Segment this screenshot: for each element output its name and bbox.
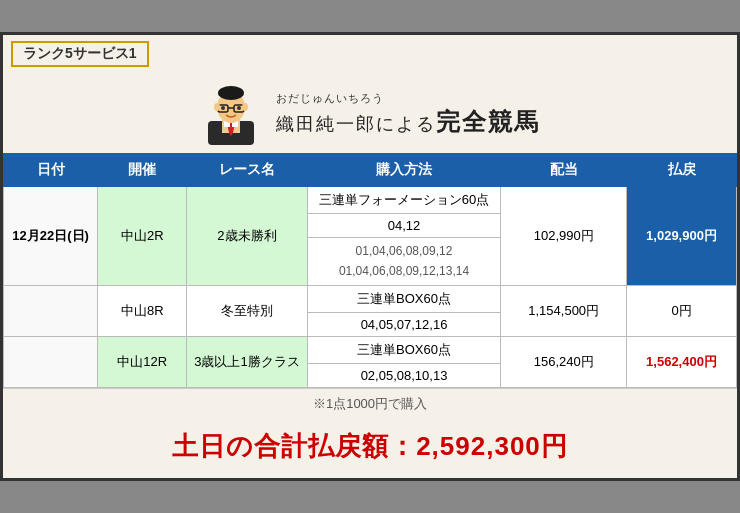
main-title-line: 織田純一郎による完全競馬 [276, 106, 540, 138]
total-label: 土日の合計払戻額：2,592,300円 [3, 419, 737, 478]
svg-point-12 [214, 103, 220, 111]
header-return: 払戻 [627, 154, 737, 187]
svg-point-11 [237, 106, 241, 110]
purchase-nums-3: 02,05,08,10,13 [307, 363, 501, 387]
header-text-block: おだじゅんいちろう 織田純一郎による完全競馬 [276, 91, 540, 138]
purchase-nums-1b: 01,04,06,08,09,12 01,04,06,08,09,12,13,1… [307, 238, 501, 285]
header-name: 織田純一郎による完全競馬 [276, 108, 540, 135]
header-section: おだじゅんいちろう 織田純一郎による完全競馬 [3, 73, 737, 153]
title-bar: ランク5サービス1 [3, 35, 737, 73]
results-table: 日付 開催 レース名 購入方法 配当 払戻 12月22日(日) 中山2R 2歳未… [3, 153, 737, 387]
purchase-method-3: 三連単BOX60点 [307, 336, 501, 363]
payout-cell-1: 102,990円 [501, 187, 627, 285]
payout-cell-2: 1,154,500円 [501, 285, 627, 336]
table-row: 中山12R 3歳以上1勝クラス 三連単BOX60点 156,240円 1,562… [4, 336, 737, 363]
venue-cell-1: 中山2R [98, 187, 187, 285]
header-purchase: 購入方法 [307, 154, 501, 187]
table-row: 12月22日(日) 中山2R 2歳未勝利 三連単フォーメーション60点 102,… [4, 187, 737, 214]
venue-cell-2: 中山8R [98, 285, 187, 336]
date-cell-2 [4, 285, 98, 336]
return-cell-3: 1,562,400円 [627, 336, 737, 387]
purchase-nums-1a: 04,12 [307, 214, 501, 238]
date-cell-3 [4, 336, 98, 387]
header-date: 日付 [4, 154, 98, 187]
svg-point-6 [218, 86, 244, 100]
venue-cell-3: 中山12R [98, 336, 187, 387]
purchase-method-2: 三連単BOX60点 [307, 285, 501, 312]
main-card: ランク5サービス1 [0, 32, 740, 480]
purchase-nums-2: 04,05,07,12,16 [307, 312, 501, 336]
payout-cell-3: 156,240円 [501, 336, 627, 387]
svg-point-13 [242, 103, 248, 111]
race-cell-2: 冬至特別 [187, 285, 307, 336]
header-payout: 配当 [501, 154, 627, 187]
header-race: レース名 [187, 154, 307, 187]
return-cell-2: 0円 [627, 285, 737, 336]
date-cell-1: 12月22日(日) [4, 187, 98, 285]
table-row: 中山8R 冬至特別 三連単BOX60点 1,154,500円 0円 [4, 285, 737, 312]
purchase-method-1: 三連単フォーメーション60点 [307, 187, 501, 214]
return-cell-1: 1,029,900円 [627, 187, 737, 285]
furigana-text: おだじゅんいちろう [276, 91, 384, 106]
header-venue: 開催 [98, 154, 187, 187]
race-cell-1: 2歳未勝利 [187, 187, 307, 285]
footnote: ※1点1000円で購入 [3, 388, 737, 419]
svg-point-10 [221, 106, 225, 110]
race-cell-3: 3歳以上1勝クラス [187, 336, 307, 387]
avatar [200, 83, 262, 145]
